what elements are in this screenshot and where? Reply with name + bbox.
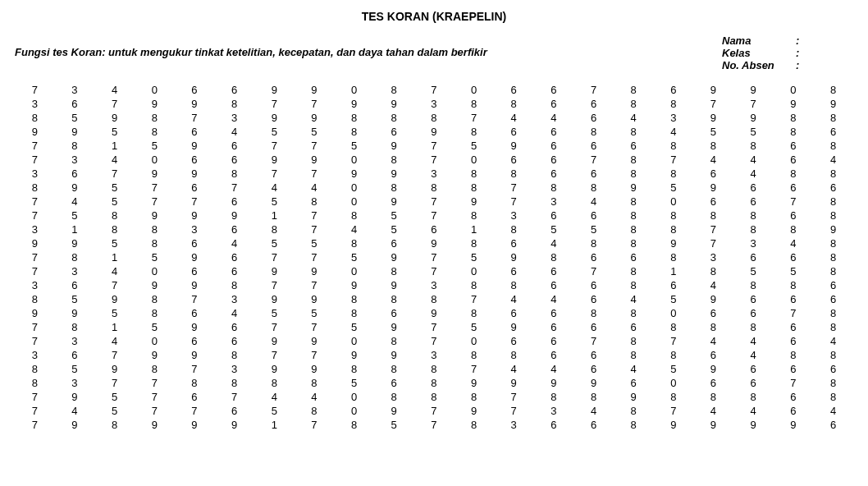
grid-cell: 5 xyxy=(254,404,295,418)
grid-cell: 6 xyxy=(614,250,654,264)
grid-cell: 9 xyxy=(55,390,95,404)
grid-cell: 7 xyxy=(414,334,455,348)
grid-cell: 4 xyxy=(295,181,335,195)
grid-cell: 8 xyxy=(295,195,335,209)
grid-cell: 6 xyxy=(55,97,95,111)
grid-cell: 9 xyxy=(175,97,215,111)
grid-cell: 7 xyxy=(414,264,455,278)
grid-cell: 5 xyxy=(773,264,813,278)
grid-cell: 8 xyxy=(614,278,654,292)
grid-cell: 6 xyxy=(813,125,853,139)
grid-cell: 6 xyxy=(813,362,853,376)
grid-cell: 8 xyxy=(295,376,335,390)
grid-cell: 9 xyxy=(334,97,374,111)
grid-cell: 3 xyxy=(175,222,215,236)
grid-cell: 5 xyxy=(454,139,494,153)
grid-cell: 9 xyxy=(374,348,414,362)
grid-cell: 3 xyxy=(534,195,574,209)
grid-cell: 3 xyxy=(733,236,774,250)
grid-cell: 4 xyxy=(813,334,853,348)
grid-cell: 8 xyxy=(374,264,414,278)
grid-cell: 7 xyxy=(15,250,55,264)
grid-cell: 7 xyxy=(254,348,295,362)
grid-cell: 6 xyxy=(573,250,614,264)
grid-cell: 7 xyxy=(654,334,694,348)
grid-cell: 9 xyxy=(254,83,295,97)
grid-row: 995864558698648897348 xyxy=(15,236,853,250)
grid-cell: 9 xyxy=(693,362,733,376)
grid-cell: 8 xyxy=(454,278,494,292)
grid-cell: 8 xyxy=(414,111,455,125)
grid-cell: 8 xyxy=(374,362,414,376)
grid-cell: 3 xyxy=(494,418,534,432)
grid-cell: 7 xyxy=(135,376,175,390)
grid-cell: 9 xyxy=(654,418,694,432)
grid-cell: 9 xyxy=(135,209,175,222)
grid-cell: 8 xyxy=(334,292,374,306)
grid-cell: 8 xyxy=(454,181,494,195)
kelas-label: Kelas xyxy=(722,47,796,59)
grid-cell: 4 xyxy=(573,195,614,209)
grid-cell: 8 xyxy=(813,111,853,125)
grid-cell: 6 xyxy=(534,153,574,167)
grid-cell: 9 xyxy=(454,195,494,209)
grid-cell: 8 xyxy=(94,222,135,236)
grid-cell: 6 xyxy=(534,125,574,139)
grid-cell: 6 xyxy=(494,153,534,167)
grid-cell: 6 xyxy=(773,390,813,404)
grid-cell: 9 xyxy=(94,292,135,306)
grid-cell: 5 xyxy=(94,236,135,250)
grid-cell: 8 xyxy=(733,222,774,236)
grid-cell: 8 xyxy=(813,209,853,222)
grid-cell: 8 xyxy=(654,139,694,153)
grid-cell: 8 xyxy=(813,250,853,264)
grid-cell: 8 xyxy=(534,390,574,404)
grid-cell: 9 xyxy=(135,418,175,432)
grid-cell: 9 xyxy=(254,334,295,348)
grid-cell: 4 xyxy=(214,236,254,250)
grid-cell: 6 xyxy=(534,278,574,292)
grid-cell: 7 xyxy=(414,195,455,209)
grid-cell: 0 xyxy=(334,264,374,278)
grid-cell: 8 xyxy=(813,264,853,278)
grid-cell: 5 xyxy=(94,404,135,418)
grid-cell: 9 xyxy=(773,97,813,111)
grid-cell: 3 xyxy=(654,111,694,125)
grid-cell: 9 xyxy=(175,348,215,362)
grid-cell: 8 xyxy=(654,390,694,404)
grid-cell: 8 xyxy=(773,222,813,236)
grid-cell: 9 xyxy=(175,418,215,432)
grid-cell: 8 xyxy=(813,348,853,362)
grid-cell: 9 xyxy=(254,264,295,278)
grid-cell: 0 xyxy=(334,195,374,209)
grid-cell: 3 xyxy=(55,376,95,390)
grid-cell: 0 xyxy=(654,195,694,209)
grid-cell: 9 xyxy=(214,418,254,432)
grid-cell: 7 xyxy=(295,250,335,264)
grid-cell: 9 xyxy=(693,292,733,306)
nama-colon: : xyxy=(796,34,804,47)
grid-cell: 6 xyxy=(693,376,733,390)
grid-cell: 9 xyxy=(175,278,215,292)
grid-cell: 7 xyxy=(15,264,55,278)
grid-cell: 7 xyxy=(414,83,455,97)
grid-cell: 6 xyxy=(693,195,733,209)
grid-cell: 4 xyxy=(614,292,654,306)
grid-cell: 7 xyxy=(15,139,55,153)
grid-cell: 6 xyxy=(534,167,574,181)
grid-cell: 9 xyxy=(295,362,335,376)
grid-cell: 4 xyxy=(693,404,733,418)
grid-cell: 6 xyxy=(414,222,455,236)
grid-cell: 8 xyxy=(494,222,534,236)
grid-cell: 6 xyxy=(534,97,574,111)
grid-cell: 9 xyxy=(254,292,295,306)
grid-cell: 6 xyxy=(693,306,733,320)
grid-cell: 3 xyxy=(15,348,55,362)
grid-cell: 9 xyxy=(135,167,175,181)
grid-cell: 3 xyxy=(693,250,733,264)
grid-cell: 0 xyxy=(135,264,175,278)
grid-cell: 6 xyxy=(55,167,95,181)
grid-cell: 6 xyxy=(773,209,813,222)
grid-cell: 8 xyxy=(773,348,813,362)
grid-cell: 6 xyxy=(573,97,614,111)
